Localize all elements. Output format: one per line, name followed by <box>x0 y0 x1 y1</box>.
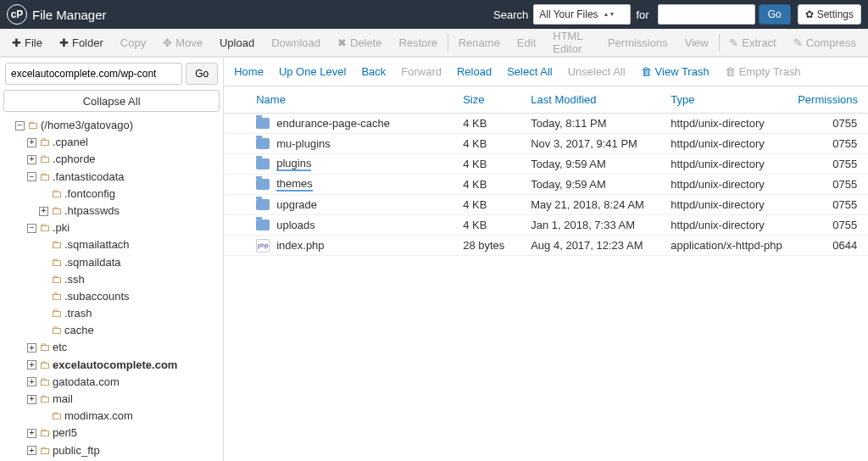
search-go-button[interactable]: Go <box>759 4 791 25</box>
file-label: File <box>25 36 42 49</box>
tree-item[interactable]: +🗀perl5 <box>3 425 220 442</box>
col-type-header[interactable]: Type <box>670 93 798 106</box>
tree-item[interactable]: +🗀modimax.com <box>3 408 220 425</box>
expander-icon[interactable]: − <box>27 224 36 233</box>
move-label: Move <box>175 36 203 49</box>
table-row[interactable]: plugins4 KBToday, 9:59 AMhttpd/unix-dire… <box>224 154 868 175</box>
folder-icon: 🗀 <box>51 237 62 253</box>
expander-icon[interactable]: + <box>39 207 48 216</box>
copy-button: Copy <box>112 28 154 57</box>
tree-item[interactable]: +🗀.sqmailattach <box>3 236 220 253</box>
tree-item[interactable]: +🗀etc <box>3 339 220 356</box>
select-all-link[interactable]: Select All <box>507 65 552 78</box>
tree-item[interactable]: +🗀.cphorde <box>3 151 220 168</box>
tree-item-label: excelautocomplete.com <box>53 358 177 373</box>
folder-icon: 🗀 <box>51 323 62 338</box>
expander-icon[interactable]: + <box>27 343 36 353</box>
file-permissions: 0755 <box>798 117 857 130</box>
permissions-button: Permissions <box>599 28 676 57</box>
expander-icon[interactable]: + <box>27 429 36 438</box>
table-row[interactable]: mu-plugins4 KBNov 3, 2017, 9:41 PMhttpd/… <box>224 134 868 154</box>
col-name-header[interactable]: Name <box>256 93 286 106</box>
tree-item[interactable]: +🗀.fontconfig <box>3 186 220 203</box>
file-button[interactable]: ✚File <box>3 28 51 57</box>
folder-icon: 🗀 <box>51 186 62 202</box>
file-date: Today, 8:11 PM <box>531 117 670 130</box>
folder-icon: 🗀 <box>39 169 50 185</box>
toolbar-separator <box>448 34 448 51</box>
folder-icon: 🗀 <box>51 203 62 219</box>
expander-icon[interactable]: + <box>27 138 36 147</box>
header-bar: cP File Manager Search All Your Files ▲▼… <box>0 0 868 29</box>
collapse-all-button[interactable]: Collapse All <box>3 90 220 112</box>
settings-button[interactable]: ✿ Settings <box>798 4 861 25</box>
folder-icon: 🗀 <box>39 152 50 167</box>
folder-button[interactable]: ✚Folder <box>51 28 112 57</box>
tree-item-label: public_ftp <box>53 443 100 458</box>
expander-icon[interactable]: + <box>27 155 36 164</box>
back-link[interactable]: Back <box>361 65 386 78</box>
tree-item[interactable]: +🗀mail <box>3 391 220 408</box>
view-label: View <box>685 36 709 49</box>
expander-icon[interactable]: − <box>15 121 25 131</box>
tree-item[interactable]: +🗀public_ftp <box>3 442 220 459</box>
view-trash-link[interactable]: 🗑View Trash <box>641 65 709 78</box>
folder-icon: 🗀 <box>39 425 50 441</box>
file-size: 4 KB <box>463 137 531 150</box>
home-link[interactable]: Home <box>234 65 264 78</box>
file-type: httpd/unix-directory <box>670 178 798 191</box>
tree-item-label: cache <box>64 323 94 338</box>
file-size: 28 bytes <box>463 239 531 252</box>
table-row[interactable]: upgrade4 KBMay 21, 2018, 8:24 AMhttpd/un… <box>224 195 868 215</box>
tree-item-label: .cphorde <box>53 152 96 167</box>
restore-label: Restore <box>399 36 438 49</box>
upload-button[interactable]: Upload <box>211 28 263 57</box>
tree-item[interactable]: +🗀excelautocomplete.com <box>3 357 220 374</box>
table-row[interactable]: phpindex.php28 bytesAug 4, 2017, 12:23 A… <box>224 236 868 256</box>
tree-item[interactable]: +🗀.htpasswds <box>3 203 220 219</box>
tree-item[interactable]: +🗀.sqmaildata <box>3 254 220 271</box>
tree-item[interactable]: +🗀gatodata.com <box>3 374 220 391</box>
path-input[interactable] <box>5 63 182 85</box>
tree-item[interactable]: +🗀.ssh <box>3 271 220 288</box>
expander-icon[interactable]: + <box>27 377 36 386</box>
search-input[interactable] <box>658 4 755 25</box>
table-row[interactable]: themes4 KBToday, 9:59 AMhttpd/unix-direc… <box>224 175 868 195</box>
col-size-header[interactable]: Size <box>463 93 531 106</box>
file-permissions: 0644 <box>798 239 857 252</box>
tree-item[interactable]: −🗀.fantasticodata <box>3 169 220 186</box>
tree-item[interactable]: +🗀.cpanel <box>3 134 220 151</box>
tree-root-label: (/home3/gatovago) <box>41 118 133 133</box>
settings-label: Settings <box>817 8 854 20</box>
tree-item[interactable]: −🗀.pki <box>3 219 220 236</box>
edit-button: Edit <box>509 28 544 57</box>
expander-icon[interactable]: − <box>27 172 36 181</box>
col-date-header[interactable]: Last Modified <box>531 93 670 106</box>
folder-icon: 🗀 <box>39 340 50 355</box>
upload-label: Upload <box>220 36 254 49</box>
col-perm-header[interactable]: Permissions <box>798 93 858 106</box>
permissions-label: Permissions <box>608 36 668 49</box>
expander-icon[interactable]: + <box>27 395 36 404</box>
reload-link[interactable]: Reload <box>457 65 492 78</box>
table-row[interactable]: uploads4 KBJan 1, 2018, 7:33 AMhttpd/uni… <box>224 215 868 236</box>
file-permissions: 0755 <box>798 219 857 231</box>
path-go-button[interactable]: Go <box>186 63 218 85</box>
tree-item[interactable]: +🗀.subaccounts <box>3 288 220 305</box>
tree-item[interactable]: +🗀cache <box>3 322 220 339</box>
empty-trash-link: 🗑Empty Trash <box>725 65 801 78</box>
up-one-level-link[interactable]: Up One Level <box>279 65 347 78</box>
tree-item-label: .subaccounts <box>64 289 130 304</box>
tree-item[interactable]: +🗀.trash <box>3 305 220 322</box>
table-row[interactable]: endurance-page-cache4 KBToday, 8:11 PMht… <box>224 114 868 134</box>
expander-icon[interactable]: + <box>27 446 36 455</box>
html-editor-button: HTML Editor <box>544 28 599 57</box>
folder-icon: 🗀 <box>51 408 62 424</box>
tree-root[interactable]: − 🗀 (/home3/gatovago) <box>3 117 220 134</box>
download-label: Download <box>271 36 320 49</box>
trash-icon: 🗑 <box>725 65 736 78</box>
expander-icon[interactable]: + <box>27 360 36 369</box>
file-name: index.php <box>276 239 324 252</box>
move-button: ✥Move <box>154 28 211 57</box>
search-scope-select[interactable]: All Your Files ▲▼ <box>533 4 631 25</box>
